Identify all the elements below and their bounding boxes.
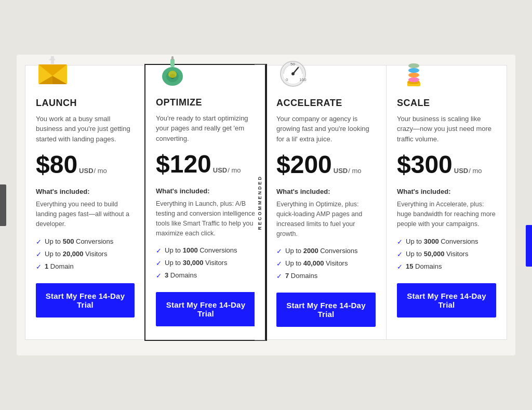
feature-list-accelerate: ✓ Up to 2000 Conversions ✓ Up to 40,000 … [276,247,376,280]
plan-card-scale: SCALEYour business is scaling like crazy… [387,65,507,340]
svg-text:50: 50 [290,62,295,67]
svg-rect-21 [408,77,419,82]
price-currency-optimize: USD [213,167,227,174]
scale-icon [397,55,433,91]
plan-desc-launch: You work at a busy small business and yo… [36,114,135,144]
plan-price-optimize: $120 USD / mo [156,152,256,177]
check-icon: ✓ [276,272,282,280]
price-period-optimize: / mo [228,166,241,174]
svg-point-11 [168,71,177,78]
plan-desc-scale: Your business is scaling like crazy—now … [397,114,496,144]
whats-included-title-accelerate: What's included: [276,188,376,195]
svg-rect-24 [408,63,419,68]
feature-text: 7 Domains [285,272,317,280]
whats-included-desc-scale: Everything in Accelerate, plus: huge ban… [397,200,496,229]
whats-included-desc-launch: Everything you need to build landing pag… [36,200,135,229]
list-item: ✓ Up to 1000 Conversions [156,246,256,255]
scrollbar-left[interactable] [0,184,6,226]
scrollbar-right[interactable] [526,225,532,267]
svg-rect-5 [51,56,54,64]
plan-card-accelerate: 0 50 100 ACCELERATEYour company or agenc… [266,65,387,340]
check-icon: ✓ [397,238,403,246]
price-currency-scale: USD [454,167,468,174]
check-icon: ✓ [276,260,282,268]
accelerate-icon: 0 50 100 [276,55,313,91]
list-item: ✓ 1 Domain [36,262,135,271]
check-icon: ✓ [276,247,282,255]
list-item: ✓ Up to 30,000 Visitors [156,259,256,267]
price-amount-launch: $80 [36,152,77,177]
feature-text: 15 Domains [406,262,442,270]
svg-text:100: 100 [299,77,307,82]
feature-text: 1 Domain [45,262,74,270]
feature-text: Up to 1000 Conversions [165,246,237,254]
plan-card-launch: LAUNCHYou work at a busy small business … [25,65,145,340]
feature-list-launch: ✓ Up to 500 Conversions ✓ Up to 20,000 V… [36,237,135,271]
plan-name-accelerate: ACCELERATE [276,98,376,109]
feature-text: 3 Domains [165,271,197,279]
feature-text: Up to 500 Conversions [45,237,113,245]
plan-price-scale: $300 USD / mo [397,152,496,177]
pricing-grid: LAUNCHYou work at a busy small business … [25,65,507,340]
list-item: ✓ 7 Domains [276,272,376,280]
check-icon: ✓ [397,263,403,271]
check-icon: ✓ [397,250,403,258]
svg-text:0: 0 [286,77,288,82]
cta-button-launch[interactable]: Start My Free 14-Day Trial [36,283,135,318]
optimize-icon [156,55,192,91]
check-icon: ✓ [156,272,162,280]
list-item: ✓ Up to 40,000 Visitors [276,259,376,268]
cta-button-optimize[interactable]: Start My Free 14-Day Trial [156,292,256,326]
plan-name-launch: LAUNCH [36,98,135,109]
pricing-wrapper: LAUNCHYou work at a busy small business … [17,55,515,356]
check-icon: ✓ [36,238,42,246]
launch-icon [36,55,72,91]
plan-name-optimize: OPTIMIZE [156,97,256,108]
plan-name-scale: SCALE [397,98,496,109]
feature-text: Up to 50,000 Visitors [406,250,468,258]
plan-desc-accelerate: Your company or agency is growing fast a… [276,114,376,144]
plan-desc-optimize: You're ready to start optimizing your pa… [156,113,256,144]
feature-text: Up to 40,000 Visitors [285,259,348,267]
check-icon: ✓ [156,247,162,255]
list-item: ✓ 15 Domains [397,262,496,271]
svg-rect-23 [408,68,419,73]
whats-included-title-launch: What's included: [36,188,135,195]
list-item: ✓ Up to 50,000 Visitors [397,250,496,258]
plan-price-accelerate: $200 USD / mo [276,152,376,177]
whats-included-desc-optimize: Everything in Launch, plus: A/B testing … [156,199,256,238]
recommended-badge: RECOMMENDED [255,65,266,340]
price-period-scale: / mo [469,167,482,175]
plan-card-optimize: RECOMMENDED OPTIMIZEYou're ready to star… [144,64,267,341]
whats-included-desc-accelerate: Everything in Optimize, plus: quick-load… [276,200,376,239]
cta-button-scale[interactable]: Start My Free 14-Day Trial [397,283,496,318]
price-amount-scale: $300 [397,152,453,177]
whats-included-title-scale: What's included: [397,188,496,195]
svg-point-15 [291,72,295,75]
list-item: ✓ Up to 20,000 Visitors [36,250,135,258]
price-currency-launch: USD [79,167,93,174]
price-currency-accelerate: USD [334,167,348,174]
feature-text: Up to 3000 Conversions [406,237,478,245]
feature-text: Up to 30,000 Visitors [165,259,227,267]
feature-list-scale: ✓ Up to 3000 Conversions ✓ Up to 50,000 … [397,237,496,271]
check-icon: ✓ [156,259,162,267]
check-icon: ✓ [36,263,42,271]
price-amount-optimize: $120 [156,152,211,177]
list-item: ✓ Up to 3000 Conversions [397,237,496,246]
feature-list-optimize: ✓ Up to 1000 Conversions ✓ Up to 30,000 … [156,246,256,280]
price-amount-accelerate: $200 [276,152,332,177]
svg-rect-10 [171,56,174,60]
plan-price-launch: $80 USD / mo [36,152,135,177]
feature-text: Up to 2000 Conversions [285,247,357,255]
list-item: ✓ Up to 500 Conversions [36,237,135,246]
price-period-launch: / mo [94,167,107,175]
list-item: ✓ Up to 2000 Conversions [276,247,376,255]
whats-included-title-optimize: What's included: [156,187,256,195]
cta-button-accelerate[interactable]: Start My Free 14-Day Trial [276,293,376,327]
list-item: ✓ 3 Domains [156,271,256,280]
feature-text: Up to 20,000 Visitors [45,250,107,258]
svg-rect-22 [408,73,419,77]
check-icon: ✓ [36,250,42,258]
price-period-accelerate: / mo [348,167,361,175]
